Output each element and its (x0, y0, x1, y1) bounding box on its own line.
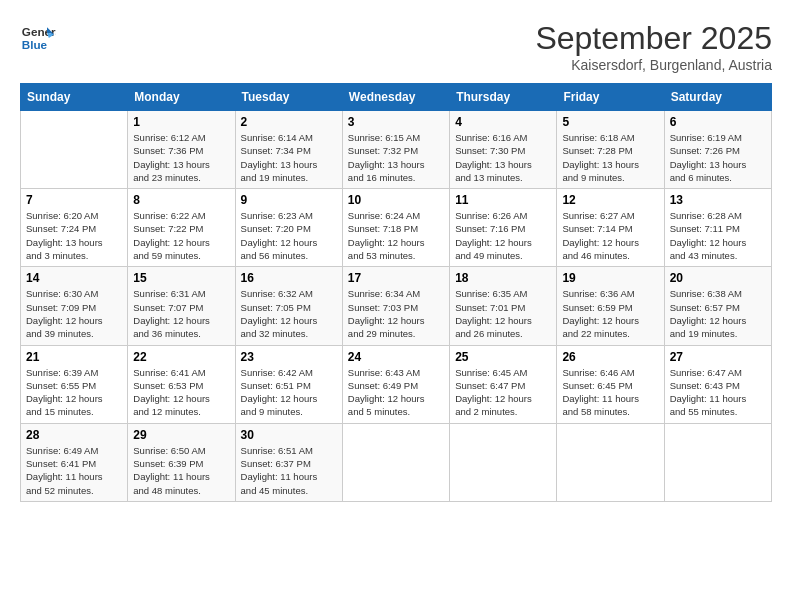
day-number: 16 (241, 271, 337, 285)
calendar-cell: 13Sunrise: 6:28 AM Sunset: 7:11 PM Dayli… (664, 189, 771, 267)
calendar-cell: 20Sunrise: 6:38 AM Sunset: 6:57 PM Dayli… (664, 267, 771, 345)
day-info: Sunrise: 6:31 AM Sunset: 7:07 PM Dayligh… (133, 287, 229, 340)
calendar-cell: 5Sunrise: 6:18 AM Sunset: 7:28 PM Daylig… (557, 111, 664, 189)
calendar-cell: 23Sunrise: 6:42 AM Sunset: 6:51 PM Dayli… (235, 345, 342, 423)
calendar-cell: 4Sunrise: 6:16 AM Sunset: 7:30 PM Daylig… (450, 111, 557, 189)
day-number: 27 (670, 350, 766, 364)
calendar-cell: 10Sunrise: 6:24 AM Sunset: 7:18 PM Dayli… (342, 189, 449, 267)
day-info: Sunrise: 6:18 AM Sunset: 7:28 PM Dayligh… (562, 131, 658, 184)
day-info: Sunrise: 6:28 AM Sunset: 7:11 PM Dayligh… (670, 209, 766, 262)
calendar-cell (21, 111, 128, 189)
day-info: Sunrise: 6:45 AM Sunset: 6:47 PM Dayligh… (455, 366, 551, 419)
header-day-sunday: Sunday (21, 84, 128, 111)
day-info: Sunrise: 6:16 AM Sunset: 7:30 PM Dayligh… (455, 131, 551, 184)
day-number: 5 (562, 115, 658, 129)
day-info: Sunrise: 6:36 AM Sunset: 6:59 PM Dayligh… (562, 287, 658, 340)
day-info: Sunrise: 6:50 AM Sunset: 6:39 PM Dayligh… (133, 444, 229, 497)
calendar-cell: 16Sunrise: 6:32 AM Sunset: 7:05 PM Dayli… (235, 267, 342, 345)
day-number: 21 (26, 350, 122, 364)
calendar-cell: 21Sunrise: 6:39 AM Sunset: 6:55 PM Dayli… (21, 345, 128, 423)
calendar-cell: 9Sunrise: 6:23 AM Sunset: 7:20 PM Daylig… (235, 189, 342, 267)
day-number: 10 (348, 193, 444, 207)
page-header: General Blue September 2025 Kaisersdorf,… (20, 20, 772, 73)
header-day-monday: Monday (128, 84, 235, 111)
calendar-cell: 3Sunrise: 6:15 AM Sunset: 7:32 PM Daylig… (342, 111, 449, 189)
day-info: Sunrise: 6:15 AM Sunset: 7:32 PM Dayligh… (348, 131, 444, 184)
calendar-cell: 24Sunrise: 6:43 AM Sunset: 6:49 PM Dayli… (342, 345, 449, 423)
calendar-cell: 8Sunrise: 6:22 AM Sunset: 7:22 PM Daylig… (128, 189, 235, 267)
day-info: Sunrise: 6:49 AM Sunset: 6:41 PM Dayligh… (26, 444, 122, 497)
day-number: 2 (241, 115, 337, 129)
calendar-cell: 30Sunrise: 6:51 AM Sunset: 6:37 PM Dayli… (235, 423, 342, 501)
header-day-thursday: Thursday (450, 84, 557, 111)
calendar-cell (557, 423, 664, 501)
day-number: 13 (670, 193, 766, 207)
day-number: 7 (26, 193, 122, 207)
day-number: 3 (348, 115, 444, 129)
calendar-cell: 29Sunrise: 6:50 AM Sunset: 6:39 PM Dayli… (128, 423, 235, 501)
day-info: Sunrise: 6:22 AM Sunset: 7:22 PM Dayligh… (133, 209, 229, 262)
day-info: Sunrise: 6:32 AM Sunset: 7:05 PM Dayligh… (241, 287, 337, 340)
calendar-cell: 12Sunrise: 6:27 AM Sunset: 7:14 PM Dayli… (557, 189, 664, 267)
day-number: 18 (455, 271, 551, 285)
day-number: 22 (133, 350, 229, 364)
day-info: Sunrise: 6:34 AM Sunset: 7:03 PM Dayligh… (348, 287, 444, 340)
calendar-week-3: 14Sunrise: 6:30 AM Sunset: 7:09 PM Dayli… (21, 267, 772, 345)
day-number: 15 (133, 271, 229, 285)
day-number: 11 (455, 193, 551, 207)
calendar-cell (664, 423, 771, 501)
day-info: Sunrise: 6:20 AM Sunset: 7:24 PM Dayligh… (26, 209, 122, 262)
day-number: 26 (562, 350, 658, 364)
calendar-cell: 22Sunrise: 6:41 AM Sunset: 6:53 PM Dayli… (128, 345, 235, 423)
day-number: 8 (133, 193, 229, 207)
day-info: Sunrise: 6:30 AM Sunset: 7:09 PM Dayligh… (26, 287, 122, 340)
calendar-cell: 17Sunrise: 6:34 AM Sunset: 7:03 PM Dayli… (342, 267, 449, 345)
calendar-cell: 7Sunrise: 6:20 AM Sunset: 7:24 PM Daylig… (21, 189, 128, 267)
day-number: 1 (133, 115, 229, 129)
logo-icon: General Blue (20, 20, 56, 56)
day-number: 12 (562, 193, 658, 207)
title-block: September 2025 Kaisersdorf, Burgenland, … (535, 20, 772, 73)
calendar-cell (450, 423, 557, 501)
calendar-body: 1Sunrise: 6:12 AM Sunset: 7:36 PM Daylig… (21, 111, 772, 502)
header-day-saturday: Saturday (664, 84, 771, 111)
day-info: Sunrise: 6:43 AM Sunset: 6:49 PM Dayligh… (348, 366, 444, 419)
day-number: 23 (241, 350, 337, 364)
day-number: 14 (26, 271, 122, 285)
calendar-cell: 25Sunrise: 6:45 AM Sunset: 6:47 PM Dayli… (450, 345, 557, 423)
day-info: Sunrise: 6:27 AM Sunset: 7:14 PM Dayligh… (562, 209, 658, 262)
calendar-cell: 6Sunrise: 6:19 AM Sunset: 7:26 PM Daylig… (664, 111, 771, 189)
day-number: 25 (455, 350, 551, 364)
day-info: Sunrise: 6:41 AM Sunset: 6:53 PM Dayligh… (133, 366, 229, 419)
day-info: Sunrise: 6:39 AM Sunset: 6:55 PM Dayligh… (26, 366, 122, 419)
calendar-cell: 2Sunrise: 6:14 AM Sunset: 7:34 PM Daylig… (235, 111, 342, 189)
day-info: Sunrise: 6:35 AM Sunset: 7:01 PM Dayligh… (455, 287, 551, 340)
day-number: 4 (455, 115, 551, 129)
day-number: 19 (562, 271, 658, 285)
calendar-week-2: 7Sunrise: 6:20 AM Sunset: 7:24 PM Daylig… (21, 189, 772, 267)
day-info: Sunrise: 6:12 AM Sunset: 7:36 PM Dayligh… (133, 131, 229, 184)
month-title: September 2025 (535, 20, 772, 57)
day-info: Sunrise: 6:47 AM Sunset: 6:43 PM Dayligh… (670, 366, 766, 419)
calendar-cell: 1Sunrise: 6:12 AM Sunset: 7:36 PM Daylig… (128, 111, 235, 189)
day-number: 9 (241, 193, 337, 207)
calendar-cell (342, 423, 449, 501)
day-number: 24 (348, 350, 444, 364)
day-number: 20 (670, 271, 766, 285)
day-number: 17 (348, 271, 444, 285)
calendar-cell: 19Sunrise: 6:36 AM Sunset: 6:59 PM Dayli… (557, 267, 664, 345)
day-number: 29 (133, 428, 229, 442)
day-info: Sunrise: 6:24 AM Sunset: 7:18 PM Dayligh… (348, 209, 444, 262)
svg-text:Blue: Blue (22, 38, 48, 51)
day-info: Sunrise: 6:19 AM Sunset: 7:26 PM Dayligh… (670, 131, 766, 184)
calendar-cell: 11Sunrise: 6:26 AM Sunset: 7:16 PM Dayli… (450, 189, 557, 267)
calendar-cell: 27Sunrise: 6:47 AM Sunset: 6:43 PM Dayli… (664, 345, 771, 423)
calendar-week-4: 21Sunrise: 6:39 AM Sunset: 6:55 PM Dayli… (21, 345, 772, 423)
calendar-cell: 18Sunrise: 6:35 AM Sunset: 7:01 PM Dayli… (450, 267, 557, 345)
day-number: 6 (670, 115, 766, 129)
day-info: Sunrise: 6:23 AM Sunset: 7:20 PM Dayligh… (241, 209, 337, 262)
calendar-cell: 15Sunrise: 6:31 AM Sunset: 7:07 PM Dayli… (128, 267, 235, 345)
calendar-header-row: SundayMondayTuesdayWednesdayThursdayFrid… (21, 84, 772, 111)
day-info: Sunrise: 6:38 AM Sunset: 6:57 PM Dayligh… (670, 287, 766, 340)
day-info: Sunrise: 6:46 AM Sunset: 6:45 PM Dayligh… (562, 366, 658, 419)
